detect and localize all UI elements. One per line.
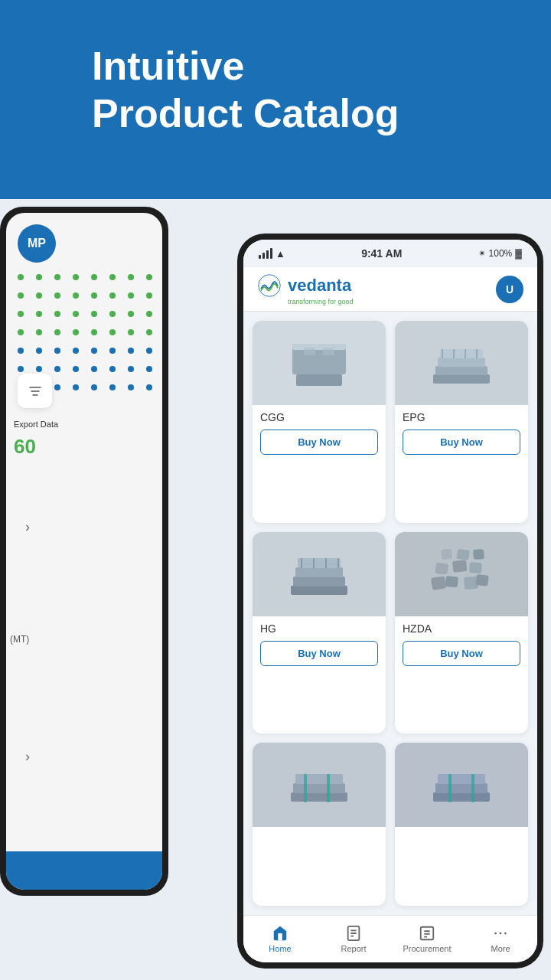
svg-rect-18 — [293, 577, 345, 586]
svg-rect-9 — [433, 374, 490, 384]
svg-rect-20 — [298, 558, 341, 568]
buy-now-cgg[interactable]: Buy Now — [260, 430, 378, 455]
export-count: 60 — [14, 435, 36, 459]
svg-rect-5 — [292, 344, 346, 350]
product-card-epg: EPG Buy Now — [395, 321, 528, 523]
product-image-p6 — [395, 743, 528, 827]
signal-icon — [259, 248, 272, 259]
product-grid: CGG Buy Now — [243, 312, 537, 915]
svg-rect-30 — [452, 560, 467, 573]
product-image-cgg — [253, 321, 386, 405]
svg-rect-10 — [435, 366, 487, 375]
product-card-hzda: HZDA Buy Now — [395, 532, 528, 734]
product-name-cgg: CGG — [260, 411, 378, 423]
wifi-icon: ▲ — [276, 248, 285, 260]
product-image-hg — [253, 532, 386, 616]
logo-tagline: transforming for good — [288, 298, 354, 305]
bluetooth-icon: ✴ — [478, 248, 486, 259]
svg-rect-36 — [293, 783, 345, 793]
svg-rect-29 — [435, 563, 448, 575]
product-name-hzda: HZDA — [403, 622, 520, 635]
nav-procurement-label: Procurement — [403, 944, 452, 953]
buy-now-hzda[interactable]: Buy Now — [403, 641, 520, 666]
product-name-hg: HG — [260, 622, 378, 635]
svg-rect-38 — [304, 774, 307, 802]
report-icon — [345, 925, 362, 942]
svg-rect-41 — [435, 783, 487, 793]
nav-procurement[interactable]: Procurement — [390, 925, 464, 953]
status-bar: ▲ 9:41 AM ✴ 100% ▓ — [243, 240, 537, 267]
product-card-p5 — [253, 743, 386, 906]
chevron-right-icon-2[interactable]: › — [25, 749, 30, 765]
nav-home[interactable]: Home — [243, 925, 317, 953]
svg-rect-19 — [295, 567, 343, 577]
battery-label: 100% — [489, 248, 513, 259]
left-phone: MP Export Data 60 › (MT) › — [0, 207, 168, 896]
svg-point-54 — [500, 933, 502, 935]
user-avatar-button[interactable]: U — [496, 276, 523, 303]
buy-now-epg[interactable]: Buy Now — [403, 430, 520, 455]
product-image-epg — [395, 321, 528, 405]
svg-rect-39 — [327, 774, 330, 802]
svg-rect-11 — [438, 358, 485, 367]
nav-more-label: More — [491, 944, 510, 953]
product-card-hg: HG Buy Now — [253, 532, 386, 734]
battery-icon: ▓ — [515, 248, 522, 259]
svg-rect-31 — [469, 562, 482, 573]
vedanta-logo: vedanta transforming for good — [257, 273, 354, 305]
svg-rect-7 — [304, 348, 315, 355]
header-title: Intuitive Product Catalog — [92, 42, 399, 138]
status-time: 9:41 AM — [361, 247, 402, 260]
bottom-nav: Home Report Procurement — [243, 915, 537, 962]
product-card-cgg: CGG Buy Now — [253, 321, 386, 523]
svg-rect-26 — [445, 576, 458, 587]
filter-button[interactable] — [18, 374, 52, 408]
more-icon — [492, 925, 509, 942]
svg-rect-6 — [296, 374, 342, 386]
home-icon — [272, 925, 289, 942]
logo-name: vedanta — [288, 276, 351, 296]
bottom-blue-bar — [6, 851, 162, 890]
chevron-right-icon-1[interactable]: › — [25, 519, 30, 535]
export-label: Export Data — [14, 420, 58, 429]
svg-rect-17 — [291, 586, 347, 595]
svg-rect-8 — [323, 348, 334, 355]
procurement-icon — [419, 925, 435, 942]
product-card-p6 — [395, 743, 528, 906]
svg-point-53 — [494, 933, 497, 935]
right-phone: ▲ 9:41 AM ✴ 100% ▓ vedanta — [237, 234, 543, 969]
svg-rect-33 — [456, 549, 469, 560]
svg-rect-32 — [441, 548, 452, 559]
buy-now-hg[interactable]: Buy Now — [260, 641, 378, 666]
nav-report[interactable]: Report — [317, 925, 390, 953]
product-image-p5 — [253, 743, 386, 827]
product-image-hzda — [395, 532, 528, 616]
svg-rect-25 — [431, 576, 446, 590]
svg-rect-34 — [473, 549, 484, 560]
svg-rect-35 — [291, 792, 347, 802]
left-avatar: MP — [18, 224, 56, 263]
nav-report-label: Report — [341, 944, 366, 953]
svg-rect-28 — [475, 574, 489, 586]
svg-rect-42 — [438, 774, 485, 784]
svg-rect-37 — [295, 774, 343, 784]
svg-rect-40 — [433, 792, 490, 802]
product-name-epg: EPG — [403, 411, 520, 423]
svg-point-55 — [504, 933, 507, 935]
app-header: vedanta transforming for good U — [243, 267, 537, 312]
mt-label: (MT) — [10, 634, 29, 645]
svg-rect-44 — [471, 774, 474, 802]
nav-more[interactable]: More — [464, 925, 537, 953]
nav-home-label: Home — [269, 944, 291, 953]
svg-rect-43 — [448, 774, 452, 802]
